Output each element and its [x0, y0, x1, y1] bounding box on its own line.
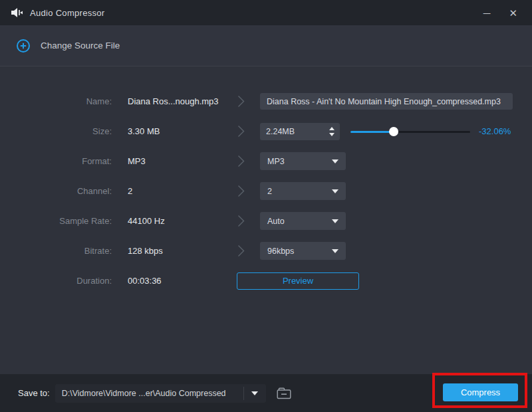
size-slider-thumb[interactable]: [389, 127, 398, 136]
change-source-file-label: Change Source File: [41, 41, 120, 51]
duration-label: Duration:: [19, 276, 112, 286]
caret-down-icon: [251, 391, 258, 395]
chevron-right-icon: [237, 215, 260, 227]
source-file-bar: Change Source File: [0, 25, 532, 66]
name-control-zone: [260, 93, 532, 110]
format-dropdown[interactable]: MP3: [260, 152, 346, 170]
chevron-right-icon: [237, 125, 260, 138]
size-spinner-value: 2.24MB: [266, 127, 329, 136]
window-controls: ─ ✕: [483, 8, 521, 18]
bitrate-label: Bitrate:: [19, 246, 112, 256]
duration-control-zone: Preview: [260, 272, 532, 290]
chevron-right-icon: [237, 95, 260, 108]
chevron-right-icon: [237, 155, 260, 167]
change-source-file-button[interactable]: Change Source File: [16, 39, 120, 53]
compress-button[interactable]: Compress: [443, 383, 518, 401]
browse-folder-button[interactable]: [276, 386, 292, 400]
audio-compressor-window: Audio Compressor ─ ✕ Change Source File …: [0, 0, 532, 412]
size-slider[interactable]: [350, 127, 470, 136]
plus-circle-icon: [16, 39, 31, 53]
save-to-label: Save to:: [18, 388, 50, 398]
size-spinner[interactable]: 2.24MB: [260, 123, 340, 140]
save-path-combobox: [55, 384, 266, 403]
sample-rate-row: Sample Rate: 44100 Hz Auto: [0, 206, 532, 236]
channel-dropdown[interactable]: 2: [260, 182, 346, 200]
size-reduction-percent: -32.06%: [479, 126, 511, 136]
bitrate-control-zone: 96kbps: [260, 242, 532, 260]
bitrate-dropdown[interactable]: 96kbps: [260, 242, 346, 260]
spinner-up-icon[interactable]: [329, 127, 334, 130]
chevron-right-icon: [237, 245, 260, 257]
chevron-right-icon: [237, 185, 260, 197]
channel-row: Channel: 2 2: [0, 176, 532, 206]
name-source-value: Diana Ros...nough.mp3: [128, 96, 237, 106]
close-button[interactable]: ✕: [509, 8, 517, 18]
format-control-zone: MP3: [260, 152, 532, 170]
size-control-zone: 2.24MB -32.06%: [260, 123, 532, 140]
bitrate-row: Bitrate: 128 kbps 96kbps: [0, 236, 532, 266]
folder-icon: [276, 386, 292, 400]
duration-source-value: 00:03:36: [128, 276, 237, 286]
format-source-value: MP3: [128, 156, 237, 166]
caret-down-icon: [332, 189, 338, 193]
size-row: Size: 3.30 MB 2.24MB -32.06%: [0, 116, 532, 146]
titlebar: Audio Compressor ─ ✕: [0, 0, 532, 25]
save-path-input[interactable]: [55, 389, 243, 398]
sample-rate-source-value: 44100 Hz: [128, 216, 237, 226]
caret-down-icon: [332, 219, 338, 223]
sample-rate-dropdown-value: Auto: [267, 217, 332, 226]
parameters-panel: Name: Diana Ros...nough.mp3 Size: 3.30 M…: [0, 66, 532, 374]
format-row: Format: MP3 MP3: [0, 146, 532, 176]
bitrate-dropdown-value: 96kbps: [267, 247, 332, 256]
format-label: Format:: [19, 156, 112, 166]
caret-down-icon: [332, 159, 338, 163]
sample-rate-dropdown[interactable]: Auto: [260, 212, 346, 230]
preview-button[interactable]: Preview: [237, 272, 359, 290]
size-spinner-arrows: [329, 127, 334, 136]
sample-rate-label: Sample Rate:: [19, 216, 112, 226]
channel-control-zone: 2: [260, 182, 532, 200]
channel-label: Channel:: [19, 186, 112, 196]
size-label: Size:: [19, 126, 112, 136]
format-dropdown-value: MP3: [267, 157, 332, 166]
size-slider-fill: [350, 131, 394, 133]
bitrate-source-value: 128 kbps: [128, 246, 237, 256]
duration-row: Duration: 00:03:36 Preview: [0, 266, 532, 296]
minimize-button[interactable]: ─: [483, 8, 491, 18]
sample-rate-control-zone: Auto: [260, 212, 532, 230]
spinner-down-icon[interactable]: [329, 133, 334, 136]
size-source-value: 3.30 MB: [128, 126, 237, 136]
channel-source-value: 2: [128, 186, 237, 196]
channel-dropdown-value: 2: [267, 187, 332, 196]
window-title: Audio Compressor: [30, 8, 104, 18]
audio-speaker-icon: [11, 7, 23, 19]
output-name-input[interactable]: [260, 93, 513, 110]
name-label: Name:: [19, 96, 112, 106]
name-row: Name: Diana Ros...nough.mp3: [0, 86, 532, 116]
caret-down-icon: [332, 249, 338, 253]
save-path-dropdown-button[interactable]: [244, 391, 266, 395]
